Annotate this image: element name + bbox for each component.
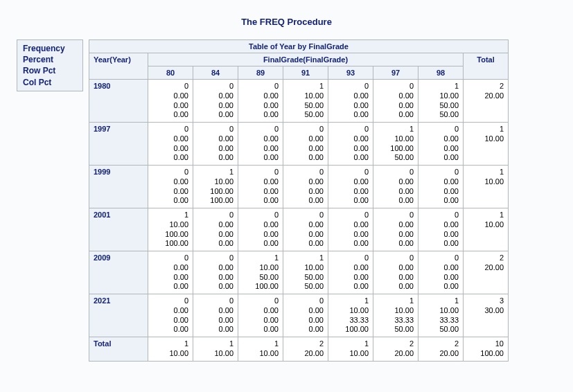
total-column-header: Total: [464, 53, 509, 80]
legend-rowpct: Row Pct: [23, 65, 77, 76]
cell-value: 0.00: [288, 187, 324, 197]
data-cell: 110.00100.00100.00: [148, 208, 193, 251]
table-row: 199700.000.000.0000.000.000.0000.000.000…: [89, 123, 509, 166]
cell-value: 0: [333, 125, 369, 134]
cell-value: 1: [288, 82, 324, 91]
cell-value: 0.00: [243, 134, 279, 144]
data-cell: 110.0033.3350.00: [418, 294, 464, 337]
cell-value: 0.00: [378, 239, 414, 249]
cell-value: 0.00: [288, 196, 324, 206]
cell-value: 0.00: [152, 144, 188, 154]
cell-value: 0: [288, 168, 324, 177]
cell-value: 0.00: [197, 153, 233, 163]
cell-value: 10.00: [423, 306, 459, 316]
data-cell: 00.000.000.00: [373, 251, 418, 294]
cell-value: 0: [243, 296, 279, 306]
cell-value: 0.00: [288, 306, 324, 316]
cell-value: 0.00: [197, 101, 233, 111]
cell-value: 0.00: [423, 263, 459, 273]
stat-legend-box: Frequency Percent Row Pct Col Pct: [17, 39, 83, 91]
cell-value: 10.00: [378, 306, 414, 316]
cell-value: 20.00: [378, 349, 414, 359]
cell-value: 10.00: [468, 220, 504, 230]
cell-value: 0.00: [378, 91, 414, 101]
cell-value: 0: [152, 125, 188, 134]
cell-value: 1: [423, 82, 459, 91]
cell-value: 0.00: [423, 144, 459, 154]
cell-value: 0.00: [243, 239, 279, 249]
cell-value: 0.00: [197, 134, 233, 144]
data-cell: 110.00: [328, 337, 373, 362]
cell-value: 0: [152, 82, 188, 91]
cell-value: 0.00: [378, 263, 414, 273]
cell-value: 10.00: [152, 349, 188, 359]
legend-colpct: Col Pct: [23, 77, 77, 88]
column-headers-row: 80 84 89 91 93 97 98: [89, 66, 509, 80]
cell-value: 50.00: [423, 110, 459, 120]
cell-value: 50.00: [288, 110, 324, 120]
cell-value: 33.33: [423, 316, 459, 326]
legend-frequency: Frequency: [23, 43, 77, 54]
cell-value: 0: [423, 168, 459, 177]
cell-value: 10.00: [288, 263, 324, 273]
data-cell: 110.00: [464, 208, 509, 251]
row-label: 2001: [89, 208, 148, 251]
cell-value: 0: [152, 168, 188, 177]
cell-value: 0: [197, 125, 233, 134]
cell-value: 10.00: [243, 263, 279, 273]
row-var-label: Year(Year): [89, 53, 148, 80]
cell-value: 1: [468, 125, 504, 134]
cell-value: 0.00: [152, 282, 188, 292]
cell-value: 0.00: [423, 177, 459, 187]
data-cell: 00.000.000.00: [193, 294, 238, 337]
cell-value: 0.00: [243, 91, 279, 101]
cell-value: 20.00: [468, 91, 504, 101]
table-row: 200900.000.000.0000.000.000.00110.0050.0…: [89, 251, 509, 294]
cell-value: 10.00: [288, 91, 324, 101]
data-cell: 00.000.000.00: [328, 123, 373, 166]
data-cell: 220.00: [418, 337, 464, 362]
cell-value: 0.00: [423, 282, 459, 292]
cell-value: 0.00: [152, 91, 188, 101]
cell-value: 0.00: [243, 306, 279, 316]
cell-value: 0.00: [288, 230, 324, 240]
data-cell: 00.000.000.00: [148, 123, 193, 166]
cell-value: 10.00: [333, 349, 369, 359]
data-cell: 330.00: [464, 294, 509, 337]
cell-value: 1: [378, 296, 414, 306]
cell-value: 10.00: [152, 220, 188, 230]
cell-value: 0: [378, 211, 414, 220]
cell-value: 0: [243, 168, 279, 177]
cell-value: 1: [243, 253, 279, 263]
data-cell: 00.000.000.00: [283, 123, 328, 166]
cell-value: 0.00: [152, 101, 188, 111]
data-cell: 00.000.000.00: [418, 251, 464, 294]
cell-value: 0.00: [378, 220, 414, 230]
table-row: 198000.000.000.0000.000.000.0000.000.000…: [89, 80, 509, 123]
cell-value: 0.00: [288, 325, 324, 335]
cell-value: 0.00: [243, 153, 279, 163]
cell-value: 1: [423, 296, 459, 306]
data-cell: 00.000.000.00: [148, 166, 193, 208]
cell-value: 1: [333, 339, 369, 349]
col-header: 89: [238, 66, 283, 80]
cell-value: 0: [378, 253, 414, 263]
data-cell: 110.0050.00100.00: [238, 251, 283, 294]
procedure-title: The FREQ Procedure: [17, 17, 556, 27]
cell-value: 50.00: [378, 153, 414, 163]
cell-value: 1: [378, 125, 414, 134]
cell-value: 50.00: [243, 273, 279, 283]
data-cell: 220.00: [464, 80, 509, 123]
cell-value: 0.00: [378, 187, 414, 197]
data-cell: 110.00: [148, 337, 193, 362]
cell-value: 0.00: [243, 177, 279, 187]
cell-value: 0.00: [197, 306, 233, 316]
cell-value: 0.00: [197, 316, 233, 326]
col-var-label: FinalGrade(FinalGrade): [148, 53, 464, 66]
cell-value: 0.00: [152, 134, 188, 144]
cell-value: 0.00: [152, 316, 188, 326]
cell-value: 0.00: [197, 263, 233, 273]
cell-value: 0.00: [378, 230, 414, 240]
cell-value: 0.00: [243, 316, 279, 326]
cell-value: 2: [423, 339, 459, 349]
